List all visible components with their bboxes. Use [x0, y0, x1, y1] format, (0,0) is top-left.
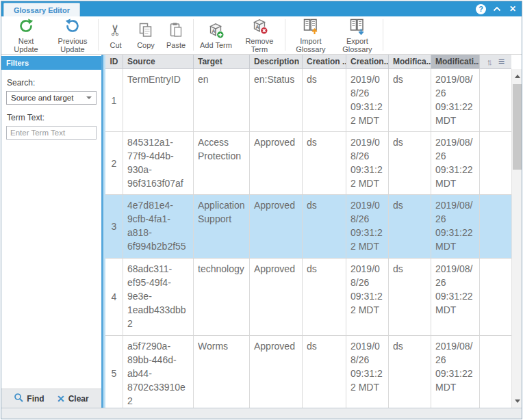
clear-button[interactable]: ✕ Clear: [57, 394, 89, 404]
cell-source: 4e7d81e4-9cfb-4fa1-a818-6f994b2b2f55: [123, 195, 194, 258]
status-bar: [1, 408, 522, 419]
cell-modification-date: 2019/08/26 09:31:22 MDT: [431, 132, 480, 194]
cell-modification-user: ds: [389, 195, 431, 258]
remove-term-button[interactable]: A Remove Term: [236, 16, 283, 54]
toolbar-label: Cut: [110, 41, 121, 49]
column-header-source[interactable]: Source: [123, 55, 194, 68]
cell-id: 5: [105, 336, 123, 408]
sort-arrows-icon[interactable]: ↑↓: [487, 57, 493, 67]
cell-modification-user: ds: [389, 259, 431, 335]
table-row[interactable]: 5 a5f7290a-89bb-446d-ab44-8702c33910e2 W…: [105, 336, 511, 408]
table-row[interactable]: 4 68adc311-ef95-49f4-9e3e-1eadb433dbb2 t…: [105, 259, 511, 336]
table-header-row: ID Source Target Description Creation ..…: [105, 55, 511, 69]
cell-description: en:Status: [250, 69, 303, 131]
filters-panel: Filters Search: Source and target Term T…: [1, 55, 101, 408]
cell-creation-user: ds: [303, 69, 346, 131]
scissors-icon: ✂: [110, 21, 122, 39]
cell-modification-date: 2019/08/26 09:31:22 MDT: [431, 259, 480, 335]
tab-glossary-editor[interactable]: Glossary Editor: [3, 3, 80, 16]
help-icon[interactable]: ?: [476, 4, 486, 14]
table-body: 1 TermEntryID en en:Status ds 2019/08/26…: [105, 69, 511, 408]
cell-creation-date: 2019/08/26 09:31:22 MDT: [346, 132, 389, 194]
cell-id: 4: [105, 259, 123, 335]
toolbar-label: Previous Update: [53, 37, 92, 53]
main-region: Filters Search: Source and target Term T…: [1, 55, 522, 408]
refresh-green-icon: [18, 17, 34, 35]
titlebar-icons: ? ✕: [476, 1, 518, 16]
toolbar-label: Add Term: [200, 41, 232, 49]
cube-add-icon: A: [207, 21, 225, 39]
toolbar-label: Import Glossary: [292, 37, 330, 53]
collapse-icon[interactable]: [492, 3, 502, 14]
column-header-creation-user[interactable]: Creation ...: [303, 55, 346, 68]
scroll-up-button[interactable]: [512, 70, 522, 81]
search-scope-value: Source and target: [11, 94, 73, 102]
term-text-label: Term Text:: [7, 113, 101, 122]
cell-empty: [480, 69, 511, 131]
copy-icon: [138, 21, 154, 39]
cell-modification-date: 2019/08/26 09:31:22 MDT: [431, 336, 480, 408]
column-menu-icon[interactable]: ≡: [498, 55, 505, 68]
paste-button[interactable]: Paste: [161, 21, 191, 50]
cell-description: Approved: [250, 259, 303, 335]
find-label: Find: [27, 394, 44, 404]
cell-source: TermEntryID: [123, 69, 194, 131]
refresh-blue-icon: [64, 17, 81, 35]
find-button[interactable]: Find: [14, 393, 44, 405]
column-header-target[interactable]: Target: [194, 55, 250, 68]
cell-creation-user: ds: [303, 132, 346, 194]
toolbar-label: Export Glossary: [338, 37, 377, 53]
cell-modification-date: 2019/08/26 09:31:22 MDT: [431, 69, 480, 131]
cell-description: Approved: [250, 336, 303, 408]
column-header-modification-user[interactable]: Modifica...: [389, 55, 431, 68]
cell-empty: [480, 132, 511, 194]
export-glossary-button[interactable]: Export Glossary: [334, 16, 381, 54]
cell-creation-date: 2019/08/26 09:31:22 MDT: [346, 259, 389, 335]
cube-remove-icon: A: [251, 17, 268, 35]
copy-button[interactable]: Copy: [131, 21, 161, 50]
search-label: Search:: [7, 78, 101, 88]
toolbar-label: Remove Term: [240, 37, 279, 53]
book-import-icon: [302, 17, 320, 35]
cell-target: Application Support: [194, 195, 250, 258]
column-header-creation-date[interactable]: Creation...: [346, 55, 389, 68]
toolbar-label: Next Update: [7, 37, 45, 53]
cell-empty: [480, 195, 511, 258]
column-header-id[interactable]: ID: [105, 55, 123, 68]
cell-id: 1: [105, 69, 123, 131]
previous-update-button[interactable]: Previous Update: [49, 16, 96, 54]
cell-creation-date: 2019/08/26 09:31:22 MDT: [346, 69, 389, 131]
filters-title: Filters: [6, 59, 29, 67]
scrollbar-thumb[interactable]: [513, 84, 522, 170]
search-scope-dropdown[interactable]: Source and target: [6, 91, 97, 105]
table-row[interactable]: 2 845312a1-77f9-4d4b-930a-96f3163f07af A…: [105, 132, 511, 195]
next-update-button[interactable]: Next Update: [3, 16, 49, 54]
magnifier-icon: [14, 393, 23, 405]
term-text-input[interactable]: [6, 126, 97, 140]
titlebar: Glossary Editor ? ✕: [1, 1, 522, 16]
add-term-button[interactable]: A Add Term: [196, 21, 236, 50]
clear-label: Clear: [68, 394, 89, 404]
clipboard-icon: [168, 21, 184, 39]
cell-id: 2: [105, 132, 123, 194]
import-glossary-button[interactable]: Import Glossary: [288, 16, 334, 54]
column-header-description[interactable]: Description: [250, 55, 303, 68]
table-row-selected[interactable]: 3 4e7d81e4-9cfb-4fa1-a818-6f994b2b2f55 A…: [105, 195, 511, 259]
tab-title: Glossary Editor: [14, 6, 70, 14]
scroll-down-button[interactable]: [512, 395, 522, 406]
cut-button[interactable]: ✂ Cut: [101, 21, 131, 50]
table-row[interactable]: 1 TermEntryID en en:Status ds 2019/08/26…: [105, 69, 511, 132]
cell-creation-user: ds: [303, 259, 346, 335]
vertical-scrollbar[interactable]: [511, 69, 522, 408]
toolbar-separator: [285, 19, 285, 51]
cell-target: Worms: [194, 336, 250, 408]
toolbar-label: Copy: [137, 41, 155, 49]
cell-modification-user: ds: [389, 69, 431, 131]
glossary-table-area: ID Source Target Description Creation ..…: [105, 55, 522, 408]
cell-empty: [480, 336, 511, 408]
cell-creation-user: ds: [303, 336, 346, 408]
cell-modification-user: ds: [389, 336, 431, 408]
column-header-modification-date[interactable]: Modificati...: [431, 55, 480, 68]
close-icon[interactable]: ✕: [508, 3, 518, 14]
cell-target: Access Protection: [194, 132, 250, 194]
